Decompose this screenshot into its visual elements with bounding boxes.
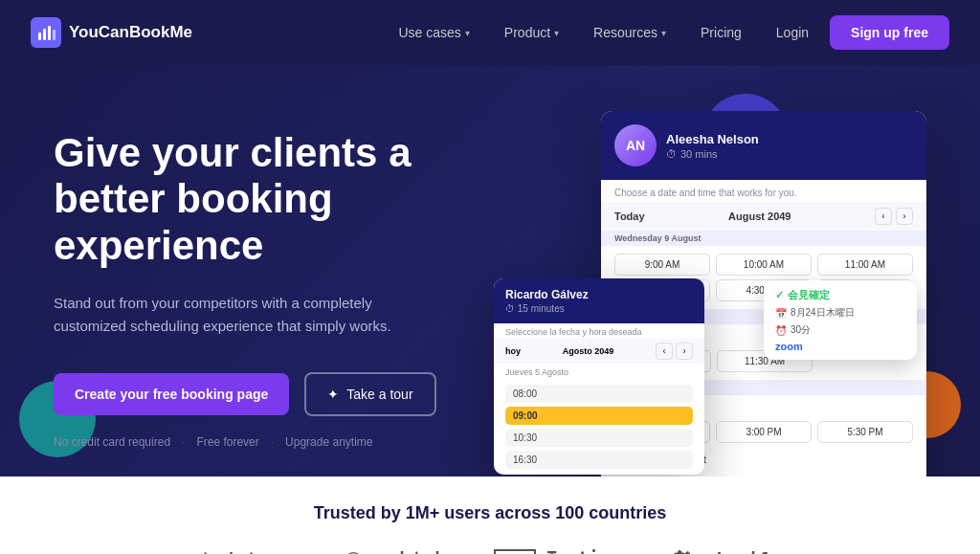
hero-content: Give your clients a better booking exper…: [54, 111, 926, 475]
hero-buttons: Create your free booking page ✦ Take a t…: [54, 372, 456, 416]
separator-2: ·: [271, 435, 274, 449]
clock-icon: ⏱: [666, 148, 677, 160]
small-cal-nav: ‹ ›: [656, 343, 693, 360]
calendar-nav: ‹ ›: [875, 208, 913, 225]
card-small-header: Ricardo Gálvez ⏱ 15 minutes: [494, 278, 704, 323]
calendar-month-year: August 2049: [728, 211, 791, 222]
hero-left: Give your clients a better booking exper…: [54, 111, 456, 449]
logo-techstars: techstars_: [201, 549, 293, 554]
calendar-header: Today August 2049 ‹ ›: [601, 202, 926, 231]
hero-title: Give your clients a better booking exper…: [54, 130, 456, 269]
trust-logos: techstars_ ⌒ randstad User Testing 🛍 sho…: [54, 546, 926, 554]
notif-date-row: 📅 8月24日木曜日: [775, 306, 905, 320]
time-3pm[interactable]: 3:00 PM: [716, 421, 812, 443]
card-small-subtitle: Seleccione la fecha y hora deseada: [494, 323, 704, 339]
hero-subtitle: Stand out from your competitors with a c…: [54, 292, 398, 338]
logo-svg: [36, 23, 56, 42]
time-row-1: 9:00 AM 10:00 AM 11:00 AM: [614, 254, 913, 276]
zoom-label: zoom: [775, 341, 905, 352]
time-item-0800[interactable]: 08:00: [505, 385, 693, 403]
calendar-icon-small: 📅: [775, 308, 787, 319]
small-cal-next[interactable]: ›: [676, 343, 693, 360]
card-small-cal-header: hoy Agosto 2049 ‹ ›: [494, 339, 704, 364]
chevron-down-icon: ▾: [465, 28, 470, 38]
notification-bubble: ✓ 会見確定 📅 8月24日木曜日 ⏰ 30分 zoom: [764, 280, 917, 360]
svg-rect-3: [53, 30, 56, 40]
hero-right: AN Aleesha Nelson ⏱ 30 mins Choose a dat…: [494, 111, 926, 475]
hero-section: Give your clients a better booking exper…: [0, 65, 980, 476]
usertesting-box: User: [494, 549, 537, 555]
card-header: AN Aleesha Nelson ⏱ 30 mins: [601, 111, 926, 180]
booking-duration: ⏱ 30 mins: [666, 148, 759, 160]
booking-name: Aleesha Nelson: [666, 132, 759, 146]
chevron-down-icon: ▾: [661, 28, 666, 38]
svg-rect-2: [48, 26, 51, 40]
logo-randstad: ⌒ randstad: [346, 548, 439, 554]
navbar: YouCanBookMe Use cases ▾ Product ▾ Resou…: [0, 0, 980, 65]
booking-card-ricardo: Ricardo Gálvez ⏱ 15 minutes Seleccione l…: [494, 278, 704, 475]
time-item-0900[interactable]: 09:00: [505, 407, 693, 425]
time-9am[interactable]: 9:00 AM: [614, 254, 710, 276]
nav-product[interactable]: Product ▾: [491, 17, 572, 48]
time-item-1030[interactable]: 10:30: [505, 429, 693, 447]
svg-rect-1: [43, 29, 46, 40]
separator-1: ·: [182, 435, 185, 449]
small-cal-prev[interactable]: ‹: [656, 343, 673, 360]
card-subtitle: Choose a date and time that works for yo…: [601, 180, 926, 202]
logo-shopify: 🛍 shopify: [673, 546, 779, 554]
logo-icon: [31, 17, 61, 48]
logo-text: YouCanBookMe: [69, 23, 192, 42]
signup-button[interactable]: Sign up free: [830, 15, 949, 50]
notif-status: ✓ 会見確定: [775, 288, 905, 302]
time-item-1630[interactable]: 16:30: [505, 451, 693, 469]
calendar-prev-button[interactable]: ‹: [875, 208, 892, 225]
time-530pm[interactable]: 5:30 PM: [817, 421, 913, 443]
small-cal-label: hoy: [505, 346, 521, 356]
navbar-links: Use cases ▾ Product ▾ Resources ▾ Pricin…: [386, 15, 950, 50]
nav-use-cases[interactable]: Use cases ▾: [386, 17, 483, 48]
time-11am[interactable]: 11:00 AM: [817, 254, 913, 276]
shopify-icon: 🛍: [673, 546, 694, 554]
logo[interactable]: YouCanBookMe: [31, 17, 192, 48]
calendar-month: Today: [614, 211, 645, 222]
nav-login[interactable]: Login: [763, 17, 822, 48]
notif-duration-row: ⏰ 30分: [775, 323, 905, 337]
card-header-info: Aleesha Nelson ⏱ 30 mins: [666, 132, 759, 160]
time-10am[interactable]: 10:00 AM: [716, 254, 812, 276]
create-booking-button[interactable]: Create your free booking page: [54, 373, 289, 415]
trust-title: Trusted by 1M+ users across 100 countrie…: [54, 503, 926, 523]
small-cal-month: Agosto 2049: [563, 346, 614, 356]
nav-pricing[interactable]: Pricing: [687, 17, 755, 48]
booking-small-name: Ricardo Gálvez: [505, 288, 693, 301]
hero-footer: No credit card required · Free forever ·…: [54, 435, 456, 449]
section-wednesday: Wednesday 9 August: [601, 231, 926, 246]
sparkle-icon: ✦: [327, 387, 339, 402]
clock-icon-notif: ⏰: [775, 325, 787, 336]
take-tour-button[interactable]: ✦ Take a tour: [304, 372, 435, 416]
booking-small-duration: ⏱ 15 minutes: [505, 303, 693, 314]
logo-usertesting: User Testing: [494, 547, 620, 555]
avatar: AN: [614, 124, 657, 166]
calendar-next-button[interactable]: ›: [896, 208, 913, 225]
svg-rect-0: [38, 33, 41, 40]
trust-bar: Trusted by 1M+ users across 100 countrie…: [0, 476, 980, 554]
clock-icon-small: ⏱: [505, 303, 518, 314]
check-icon: ✓: [775, 289, 784, 301]
mini-time-list: 08:00 09:00 10:30 16:30: [494, 379, 704, 475]
free-forever-text: Free forever: [196, 435, 258, 449]
chevron-down-icon: ▾: [554, 28, 559, 38]
card-small-day: Jueves 5 Agosto: [494, 364, 704, 379]
nav-resources[interactable]: Resources ▾: [580, 17, 679, 48]
upgrade-anytime-text: Upgrade anytime: [285, 435, 372, 449]
no-credit-card-text: No credit card required: [54, 435, 170, 449]
